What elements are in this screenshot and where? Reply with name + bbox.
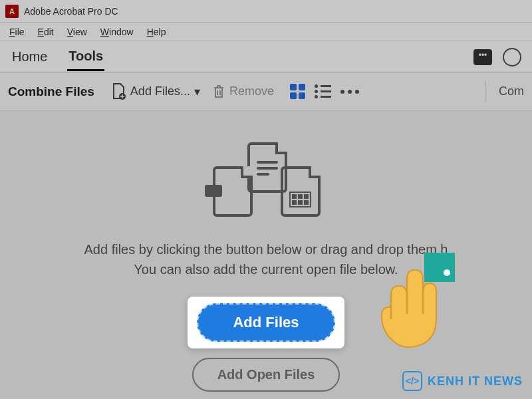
documents-illustration xyxy=(213,142,319,222)
titlebar: A Adobe Acrobat Pro DC xyxy=(0,0,532,23)
list-view-icon[interactable] xyxy=(315,84,331,98)
watermark-icon: </> xyxy=(402,371,422,391)
watermark-text: KENH IT NEWS xyxy=(428,374,523,388)
combine-button[interactable]: Com xyxy=(485,80,524,102)
menu-view[interactable]: View xyxy=(61,24,94,40)
chevron-down-icon: ▾ xyxy=(194,84,200,99)
tabbar: Home Tools xyxy=(0,41,532,73)
toolbar: Combine Files Add Files... ▾ Remove xyxy=(0,73,532,110)
tab-home[interactable]: Home xyxy=(11,44,49,70)
add-files-highlight: Add Files xyxy=(188,297,344,348)
notifications-icon[interactable] xyxy=(473,49,492,65)
menubar: File Edit View Window Help xyxy=(0,23,532,41)
add-open-files-button[interactable]: Add Open Files xyxy=(192,358,340,392)
menu-help[interactable]: Help xyxy=(140,24,173,40)
menu-edit[interactable]: Edit xyxy=(31,24,61,40)
more-options-icon[interactable] xyxy=(340,90,359,94)
account-icon[interactable] xyxy=(503,48,521,66)
toolbar-title: Combine Files xyxy=(8,84,94,99)
add-files-button[interactable]: Add Files xyxy=(197,303,334,342)
main-area: Add files by clicking the button below o… xyxy=(0,110,532,399)
menu-window[interactable]: Window xyxy=(94,24,140,40)
grid-view-icon[interactable] xyxy=(290,84,305,99)
tab-tools[interactable]: Tools xyxy=(67,43,104,71)
add-file-icon xyxy=(112,83,126,100)
menu-file[interactable]: File xyxy=(3,24,31,40)
app-title: Adobe Acrobat Pro DC xyxy=(24,6,118,17)
acrobat-icon: A xyxy=(5,5,19,18)
remove-button[interactable]: Remove xyxy=(212,84,274,100)
add-files-dropdown[interactable]: Add Files... ▾ xyxy=(112,83,200,100)
instruction-text: Add files by clicking the button below o… xyxy=(65,239,468,279)
trash-icon xyxy=(212,84,225,100)
watermark: </> KENH IT NEWS xyxy=(402,371,523,391)
